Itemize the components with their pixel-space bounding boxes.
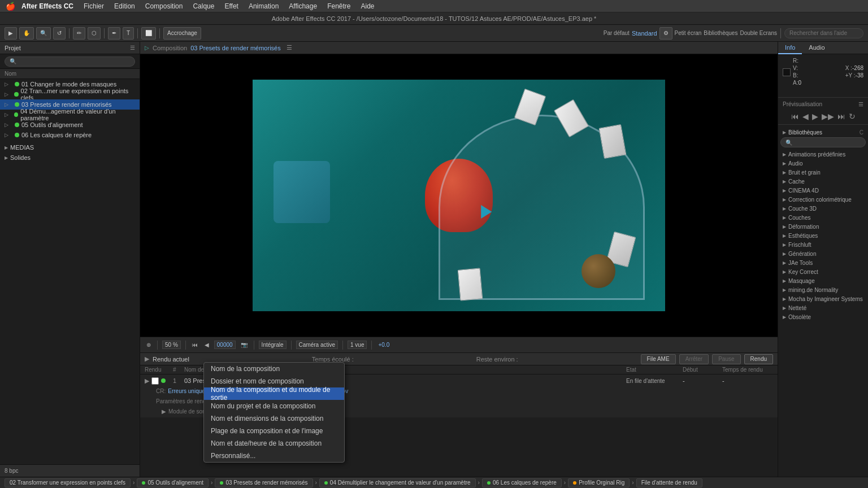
tool-zoom[interactable]: 🔍 <box>36 27 51 40</box>
menu-calque[interactable]: Calque <box>188 1 219 11</box>
tool-hand[interactable]: ✋ <box>19 27 34 40</box>
project-search-input[interactable] <box>5 56 135 67</box>
bib-item-audio[interactable]: ▶ Audio <box>778 159 868 168</box>
workspace-menu[interactable]: ⚙ <box>659 27 672 40</box>
dd-item-4[interactable]: Nom du projet et de la composition <box>204 400 344 412</box>
btab-arrow-3: › <box>478 480 480 486</box>
dd-item-7[interactable]: Nom et date/heure de la composition <box>204 437 344 450</box>
bib-item-animations[interactable]: ▶ Animations prédéfinies <box>778 150 868 159</box>
preview-menu[interactable]: ☰ <box>858 101 863 107</box>
rq-remaining-label: Reste environ : <box>476 356 518 363</box>
menu-effet[interactable]: Effet <box>220 1 242 11</box>
dd-item-3[interactable]: Nom de la composition et du module de so… <box>204 387 344 400</box>
apple-menu[interactable]: 🍎 <box>5 0 16 12</box>
rq-expand[interactable]: ▶ <box>145 355 149 363</box>
mini-skip-start[interactable]: ⏮ <box>790 112 800 121</box>
help-search[interactable] <box>784 28 863 38</box>
tool-select[interactable]: ▶ <box>5 27 17 40</box>
tool-shape[interactable]: ⬜ <box>141 27 156 40</box>
folder-medias[interactable]: ▶ MEDIAS <box>0 142 140 152</box>
menu-edition[interactable]: Edition <box>110 1 140 11</box>
preview-area[interactable] <box>140 54 778 337</box>
rq-pause-btn[interactable]: Pause <box>712 354 740 364</box>
menu-affichage[interactable]: Affichage <box>284 1 322 11</box>
bib-search-input[interactable] <box>780 137 866 147</box>
petit-ecran-label[interactable]: Petit écran <box>675 30 702 36</box>
bib-item-deformation[interactable]: ▶ Déformation <box>778 222 868 231</box>
ctrl-home[interactable]: ⏮ <box>190 342 199 348</box>
ctrl-views[interactable]: 1 vue <box>348 341 367 349</box>
btab-6[interactable]: File d'attente de rendu <box>636 478 702 487</box>
bib-arrow-2: ▶ <box>783 170 786 175</box>
bib-item-couches[interactable]: ▶ Couches <box>778 213 868 222</box>
bib-item-generation[interactable]: ▶ Génération <box>778 249 868 258</box>
rq-expand-module[interactable]: ▶ <box>162 408 166 415</box>
mini-skip-end[interactable]: ⏭ <box>836 112 847 121</box>
rq-file-ame-btn[interactable]: File AME <box>641 354 676 364</box>
standard-label[interactable]: Standard <box>632 30 657 37</box>
bib-item-masquage[interactable]: ▶ Masquage <box>778 276 868 285</box>
bib-shortcut: C <box>860 129 863 136</box>
tab-info[interactable]: Info <box>778 42 802 54</box>
tool-brush[interactable]: ✏ <box>73 27 85 40</box>
project-item-4[interactable]: ▷ 04 Dému...agement de valeur d'un param… <box>0 110 140 120</box>
project-item-6[interactable]: ▷ 06 Les calques de repère <box>0 130 140 140</box>
project-menu-icon[interactable]: ☰ <box>130 45 135 51</box>
btab-1[interactable]: 05 Outils d'alignement <box>137 478 209 487</box>
menu-aide[interactable]: Aide <box>357 1 379 11</box>
tool-pen[interactable]: ✒ <box>108 27 120 40</box>
menu-composition[interactable]: Composition <box>141 1 188 11</box>
bib-item-bruit[interactable]: ▶ Bruit et grain <box>778 168 868 177</box>
bib-item-key-correct[interactable]: ▶ Key Correct <box>778 267 868 276</box>
tab-audio[interactable]: Audio <box>802 42 831 54</box>
accrochage-btn[interactable]: Accrochage <box>163 27 201 40</box>
ctrl-timecode[interactable]: 00000 <box>214 341 236 349</box>
ctrl-quality[interactable]: Intégrale <box>259 341 287 349</box>
dd-item-6[interactable]: Plage de la composition et de l'image <box>204 425 344 437</box>
bib-item-jae[interactable]: ▶ JAe Tools <box>778 258 868 267</box>
dd-item-5[interactable]: Nom et dimensions de la composition <box>204 412 344 425</box>
project-item-2[interactable]: ▷ 02 Tran...mer une expression en points… <box>0 89 140 99</box>
rq-checkbox[interactable] <box>151 377 159 385</box>
tool-rotate[interactable]: ↺ <box>53 27 66 40</box>
mini-play[interactable]: ▶ <box>811 112 819 121</box>
btab-3[interactable]: 04 Démultiplier le changement de valeur … <box>319 478 476 487</box>
bib-main-header[interactable]: ▶ Bibliothèques C <box>778 127 868 137</box>
mini-prev[interactable]: ◀ <box>801 112 810 121</box>
bib-item-frischluft[interactable]: ▶ Frischluft <box>778 240 868 249</box>
dd-item-8[interactable]: Personnalisé... <box>204 450 344 462</box>
mini-loop[interactable]: ↻ <box>848 112 857 121</box>
bib-item-obsolete[interactable]: ▶ Obsolète <box>778 312 868 319</box>
bib-item-correction[interactable]: ▶ Correction colorimétrique <box>778 195 868 204</box>
tool-stamp[interactable]: ⬡ <box>88 27 101 40</box>
ctrl-zoom[interactable]: 50 % <box>162 341 181 349</box>
bib-item-cinema4d[interactable]: ▶ CINEMA 4D <box>778 186 868 195</box>
btab-0[interactable]: 02 Transformer une expression en points … <box>5 478 131 487</box>
btab-5[interactable]: Profile Orginal Rig <box>568 478 630 487</box>
project-item-5[interactable]: ▷ 05 Outils d'alignement <box>0 120 140 130</box>
mini-next[interactable]: ▶▶ <box>821 112 835 121</box>
bib-item-normality[interactable]: ▶ mining.de Normality <box>778 285 868 294</box>
btab-4[interactable]: 06 Les calques de repère <box>482 478 562 487</box>
bibliotheques-label[interactable]: Bibliothèques <box>704 30 737 36</box>
menu-fenetre[interactable]: Fenêtre <box>323 1 355 11</box>
rq-arreter-btn[interactable]: Arrêter <box>679 354 709 364</box>
ctrl-camera[interactable]: Caméra active <box>296 341 338 349</box>
menu-fichier[interactable]: Fichier <box>79 1 108 11</box>
bib-item-cache[interactable]: ▶ Cache <box>778 177 868 186</box>
tool-text[interactable]: T <box>123 27 134 40</box>
ctrl-prev-frame[interactable]: ◀ <box>203 342 211 348</box>
folder-solides[interactable]: ▶ Solides <box>0 152 140 163</box>
bib-item-mocha[interactable]: ▶ Mocha by Imagineer Systems <box>778 294 868 303</box>
double-ecrans-label[interactable]: Double Ecrans <box>740 30 777 36</box>
bib-item-esthetiques[interactable]: ▶ Esthétiques <box>778 231 868 240</box>
rq-expand-icon[interactable]: ▶ <box>145 377 149 385</box>
ctrl-toggle[interactable]: ⊕ <box>145 342 153 348</box>
comp-header-menu[interactable]: ☰ <box>287 44 292 51</box>
dd-item-1[interactable]: Nom de la composition <box>204 363 344 375</box>
rq-rendu-btn[interactable]: Rendu <box>744 354 773 364</box>
bib-item-couche3d[interactable]: ▶ Couche 3D <box>778 204 868 213</box>
menu-animation[interactable]: Animation <box>244 1 283 11</box>
btab-2[interactable]: 03 Presets de render mémorisés <box>215 478 313 487</box>
bib-item-nettete[interactable]: ▶ Netteté <box>778 303 868 312</box>
